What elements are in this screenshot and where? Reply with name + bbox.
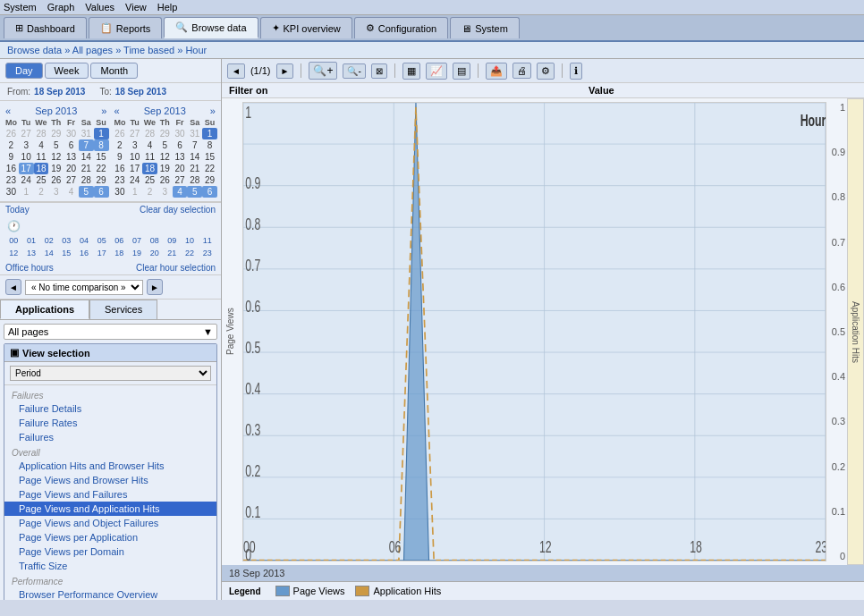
cal-day[interactable]: 19 (48, 163, 64, 174)
bar-chart-btn[interactable]: ▦ (402, 63, 420, 80)
breadcrumb-timebased[interactable]: Time based (123, 45, 174, 55)
cal-day[interactable]: 30 (113, 186, 128, 198)
hour-17[interactable]: 17 (93, 249, 110, 257)
cal-day[interactable]: 29 (157, 128, 173, 139)
tree-item-traffic-size[interactable]: Traffic Size (4, 559, 216, 573)
tab-kpi[interactable]: ✦ KPI overview (260, 17, 352, 38)
cal-day[interactable]: 5 (157, 139, 173, 151)
cal-day[interactable]: 25 (34, 174, 49, 186)
today-button[interactable]: Today (5, 205, 30, 215)
cal-day[interactable]: 4 (34, 139, 49, 151)
time-compare-select[interactable]: « No time comparison » (25, 280, 143, 295)
cal-day[interactable]: 30 (173, 128, 188, 139)
hour-10[interactable]: 10 (182, 236, 199, 245)
cal-day[interactable]: 10 (19, 151, 34, 163)
zoom-in-btn[interactable]: 🔍+ (309, 62, 337, 80)
day-button[interactable]: Day (5, 63, 43, 79)
cal-day[interactable]: 27 (173, 174, 188, 186)
cal-day[interactable]: 10 (127, 151, 142, 163)
cal-day[interactable]: 24 (127, 174, 142, 186)
cal-day[interactable]: 21 (187, 163, 202, 174)
pages-dropdown[interactable]: All pages ▼ (4, 324, 217, 340)
tree-item-failure-rates[interactable]: Failure Rates (4, 416, 216, 430)
cal-day[interactable]: 7 (187, 139, 202, 151)
hour-13[interactable]: 13 (23, 249, 40, 257)
hour-05[interactable]: 05 (93, 236, 110, 245)
tree-item-pageviews-per-app[interactable]: Page Views per Application (4, 530, 216, 544)
clear-day-button[interactable]: Clear day selection (140, 205, 216, 215)
cal-day[interactable]: 13 (64, 151, 79, 163)
cal-day[interactable]: 26 (4, 128, 19, 139)
cal-day[interactable]: 23 (113, 174, 128, 186)
tree-item-pageviews-per-domain[interactable]: Page Views per Domain (4, 544, 216, 559)
cal-day[interactable]: 11 (142, 151, 157, 163)
cal-day[interactable]: 8 (202, 139, 217, 151)
cal-day[interactable]: 6 (64, 139, 79, 151)
menu-system[interactable]: System (4, 2, 37, 13)
cal-day[interactable]: 29 (94, 174, 109, 186)
chart-area[interactable]: Hour 00 06 12 18 23 0 0.1 0.2 0.3 0.4 0.… (242, 102, 826, 561)
cal-day[interactable]: 3 (157, 186, 173, 198)
cal-day[interactable]: 9 (113, 151, 128, 163)
cal-day[interactable]: 15 (94, 151, 109, 163)
breadcrumb-browse[interactable]: Browse data (7, 45, 62, 55)
hour-02[interactable]: 02 (40, 236, 57, 245)
clear-hour-button[interactable]: Clear hour selection (136, 263, 216, 273)
cal-day[interactable]: 26 (48, 174, 64, 186)
cal-day[interactable]: 1 (19, 186, 34, 198)
cal-day[interactable]: 2 (34, 186, 49, 198)
cal-day[interactable]: 2 (4, 139, 19, 151)
cal-day[interactable]: 3 (127, 139, 142, 151)
cal-day[interactable]: 2 (113, 139, 128, 151)
hour-22[interactable]: 22 (182, 249, 199, 257)
cal-day[interactable]: 16 (113, 163, 128, 174)
cal-day[interactable]: 12 (157, 151, 173, 163)
cal-day[interactable]: 6 (202, 186, 217, 198)
cal-day[interactable]: 20 (64, 163, 79, 174)
cal-day[interactable]: 4 (173, 186, 188, 198)
hour-19[interactable]: 19 (129, 249, 146, 257)
cal-day[interactable]: 18 (34, 163, 49, 174)
cal-to-prev[interactable]: « (114, 105, 120, 116)
cal-day[interactable]: 2 (142, 186, 157, 198)
hour-11[interactable]: 11 (199, 236, 216, 245)
office-hours-button[interactable]: Office hours (5, 263, 54, 273)
cal-day[interactable]: 28 (34, 128, 49, 139)
time-compare-next[interactable]: ► (147, 279, 163, 295)
month-button[interactable]: Month (90, 63, 138, 79)
hour-14[interactable]: 14 (40, 249, 57, 257)
menu-help[interactable]: Help (157, 2, 178, 13)
cal-day[interactable]: 5 (48, 139, 64, 151)
cal-day[interactable]: 29 (48, 128, 64, 139)
cal-day[interactable]: 24 (19, 174, 34, 186)
cal-to-next[interactable]: » (210, 105, 216, 116)
tree-item-app-hits-browser[interactable]: Application Hits and Browser Hits (4, 459, 216, 473)
cal-from-next[interactable]: » (101, 105, 106, 116)
settings-btn[interactable]: ⚙ (537, 63, 555, 80)
cal-day[interactable]: 22 (202, 163, 217, 174)
cal-day[interactable]: 28 (142, 128, 157, 139)
hour-15[interactable]: 15 (58, 249, 75, 257)
hour-07[interactable]: 07 (129, 236, 146, 245)
next-page-btn[interactable]: ► (276, 63, 294, 79)
zoom-reset-btn[interactable]: ⊠ (371, 63, 387, 79)
from-date[interactable]: 18 Sep 2013 (34, 87, 85, 97)
cal-day[interactable]: 27 (127, 128, 142, 139)
cal-day[interactable]: 27 (64, 174, 79, 186)
info-btn[interactable]: ℹ (570, 63, 582, 80)
cal-day[interactable]: 13 (173, 151, 188, 163)
cal-day[interactable]: 17 (19, 163, 34, 174)
tree-item-pageviews-failures[interactable]: Page Views and Failures (4, 487, 216, 502)
tree-item-pageviews-objectfailures[interactable]: Page Views and Object Failures (4, 516, 216, 530)
cal-day[interactable]: 30 (64, 128, 79, 139)
cal-day[interactable]: 29 (202, 174, 217, 186)
cal-day[interactable]: 31 (79, 128, 94, 139)
tab-applications[interactable]: Applications (0, 300, 89, 319)
tab-config[interactable]: ⚙ Configuration (354, 17, 448, 38)
cal-day[interactable]: 16 (4, 163, 19, 174)
tree-item-pageviews-apphits[interactable]: Page Views and Application Hits (4, 502, 216, 516)
cal-day[interactable]: 4 (64, 186, 79, 198)
cal-day[interactable]: 17 (127, 163, 142, 174)
cal-day[interactable]: 27 (19, 128, 34, 139)
cal-day[interactable]: 1 (202, 128, 217, 139)
